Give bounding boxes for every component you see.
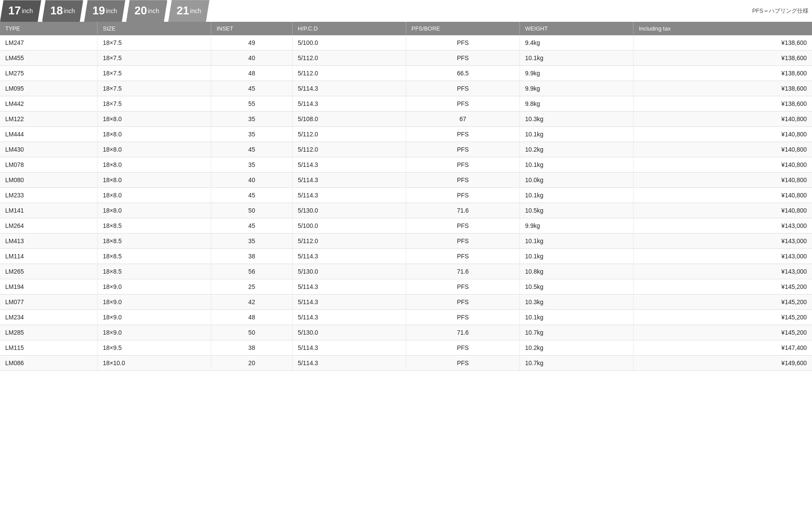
cell-hpcd: 5/114.3	[292, 188, 406, 203]
cell-weight: 10.3kg	[520, 295, 633, 310]
cell-size: 18×8.0	[98, 112, 211, 127]
cell-type: LM095	[0, 81, 98, 96]
cell-size: 18×9.0	[98, 310, 211, 325]
cell-inset: 20	[211, 356, 293, 371]
cell-inset: 56	[211, 264, 293, 279]
cell-type: LM114	[0, 249, 98, 264]
cell-type: LM275	[0, 66, 98, 81]
cell-size: 18×8.0	[98, 157, 211, 173]
cell-weight: 10.5kg	[520, 279, 633, 295]
cell-pfs_bore: PFS	[406, 96, 519, 112]
cell-price: ¥149,600	[633, 356, 812, 371]
table-row: LM28518×9.0505/130.071.610.7kg¥145,200	[0, 325, 812, 340]
table-row: LM07718×9.0425/114.3PFS10.3kg¥145,200	[0, 295, 812, 310]
cell-size: 18×7.5	[98, 81, 211, 96]
cell-inset: 45	[211, 188, 293, 203]
cell-hpcd: 5/130.0	[292, 325, 406, 340]
table-row: LM26418×8.5455/100.0PFS9.9kg¥143,000	[0, 218, 812, 234]
cell-weight: 9.9kg	[520, 218, 633, 234]
col-header-hpcd: H/P.C.D	[292, 22, 406, 35]
cell-price: ¥140,800	[633, 127, 812, 142]
tab-20[interactable]: 20 inch	[126, 0, 168, 22]
tab-17[interactable]: 17 inch	[0, 0, 41, 22]
cell-weight: 9.9kg	[520, 81, 633, 96]
cell-size: 18×7.5	[98, 35, 211, 51]
cell-price: ¥140,800	[633, 142, 812, 157]
cell-weight: 10.5kg	[520, 203, 633, 218]
cell-hpcd: 5/108.0	[292, 112, 406, 127]
tab-19[interactable]: 19 inch	[84, 0, 125, 22]
cell-type: LM442	[0, 96, 98, 112]
cell-type: LM086	[0, 356, 98, 371]
cell-price: ¥143,000	[633, 218, 812, 234]
table-row: LM26518×8.5565/130.071.610.8kg¥143,000	[0, 264, 812, 279]
cell-price: ¥140,800	[633, 112, 812, 127]
cell-hpcd: 5/112.0	[292, 142, 406, 157]
cell-pfs_bore: PFS	[406, 35, 519, 51]
cell-price: ¥138,600	[633, 51, 812, 66]
cell-inset: 35	[211, 157, 293, 173]
cell-size: 18×8.0	[98, 188, 211, 203]
cell-type: LM233	[0, 188, 98, 203]
pfs-note: PFS＝ハブリング仕様	[752, 7, 809, 15]
cell-pfs_bore: 67	[406, 112, 519, 127]
cell-pfs_bore: PFS	[406, 234, 519, 249]
table-row: LM44218×7.5555/114.3PFS9.8kg¥138,600	[0, 96, 812, 112]
cell-hpcd: 5/100.0	[292, 218, 406, 234]
cell-type: LM265	[0, 264, 98, 279]
cell-price: ¥140,800	[633, 157, 812, 173]
cell-pfs_bore: PFS	[406, 127, 519, 142]
cell-inset: 40	[211, 51, 293, 66]
cell-hpcd: 5/114.3	[292, 356, 406, 371]
cell-type: LM444	[0, 127, 98, 142]
cell-size: 18×8.5	[98, 249, 211, 264]
cell-pfs_bore: 71.6	[406, 264, 519, 279]
cell-price: ¥143,000	[633, 234, 812, 249]
wheel-data-table: TYPESIZEINSETH/P.C.DPFS/BOREWEIGHTInclud…	[0, 22, 812, 371]
cell-hpcd: 5/112.0	[292, 51, 406, 66]
table-row: LM43018×8.0455/112.0PFS10.2kg¥140,800	[0, 142, 812, 157]
table-row: LM19418×9.0255/114.3PFS10.5kg¥145,200	[0, 279, 812, 295]
cell-inset: 49	[211, 35, 293, 51]
cell-type: LM234	[0, 310, 98, 325]
cell-hpcd: 5/112.0	[292, 66, 406, 81]
table-row: LM27518×7.5485/112.066.59.9kg¥138,600	[0, 66, 812, 81]
cell-weight: 9.4kg	[520, 35, 633, 51]
cell-price: ¥147,400	[633, 340, 812, 356]
tab-bar: 17 inch18 inch19 inch20 inch21 inch	[0, 0, 210, 22]
cell-weight: 10.7kg	[520, 325, 633, 340]
cell-size: 18×9.5	[98, 340, 211, 356]
table-row: LM12218×8.0355/108.06710.3kg¥140,800	[0, 112, 812, 127]
cell-size: 18×7.5	[98, 96, 211, 112]
cell-price: ¥145,200	[633, 279, 812, 295]
cell-price: ¥140,800	[633, 203, 812, 218]
cell-type: LM115	[0, 340, 98, 356]
cell-size: 18×8.5	[98, 234, 211, 249]
tab-21[interactable]: 21 inch	[168, 0, 209, 22]
cell-type: LM247	[0, 35, 98, 51]
cell-inset: 25	[211, 279, 293, 295]
cell-size: 18×10.0	[98, 356, 211, 371]
cell-inset: 35	[211, 112, 293, 127]
cell-weight: 10.3kg	[520, 112, 633, 127]
col-header-type: TYPE	[0, 22, 98, 35]
cell-price: ¥143,000	[633, 264, 812, 279]
table-row: LM23318×8.0455/114.3PFS10.1kg¥140,800	[0, 188, 812, 203]
cell-weight: 10.1kg	[520, 127, 633, 142]
table-row: LM41318×8.5355/112.0PFS10.1kg¥143,000	[0, 234, 812, 249]
cell-price: ¥138,600	[633, 81, 812, 96]
table-row: LM11518×9.5385/114.3PFS10.2kg¥147,400	[0, 340, 812, 356]
cell-hpcd: 5/114.3	[292, 295, 406, 310]
col-header-price: Including tax	[633, 22, 812, 35]
cell-type: LM078	[0, 157, 98, 173]
cell-inset: 42	[211, 295, 293, 310]
col-header-inset: INSET	[211, 22, 293, 35]
table-row: LM44418×8.0355/112.0PFS10.1kg¥140,800	[0, 127, 812, 142]
cell-hpcd: 5/130.0	[292, 264, 406, 279]
cell-inset: 50	[211, 203, 293, 218]
cell-size: 18×9.0	[98, 325, 211, 340]
tab-18[interactable]: 18 inch	[42, 0, 84, 22]
cell-hpcd: 5/114.3	[292, 310, 406, 325]
cell-pfs_bore: PFS	[406, 340, 519, 356]
cell-hpcd: 5/114.3	[292, 249, 406, 264]
